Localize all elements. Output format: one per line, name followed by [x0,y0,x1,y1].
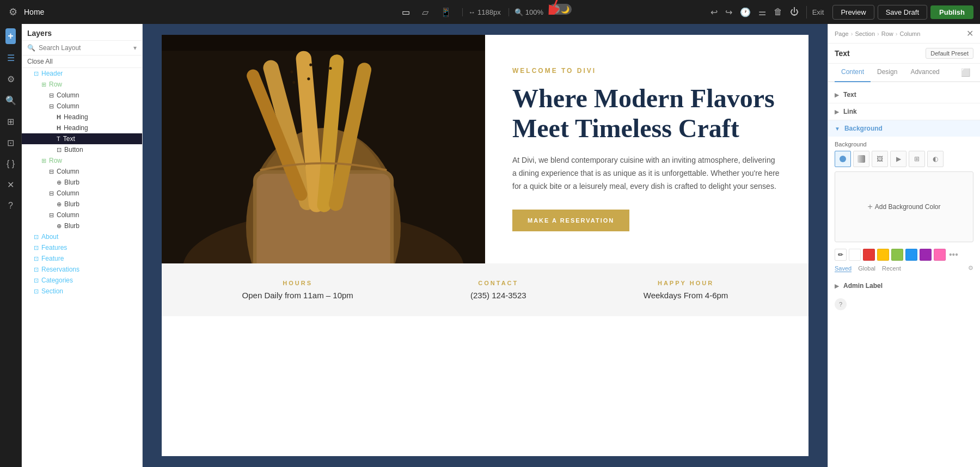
redo-btn[interactable]: ↪ [723,5,734,20]
power-btn[interactable]: ⏻ [788,5,801,19]
layer-item-col1[interactable]: ⊟ Column [22,90,142,101]
svg-point-15 [309,63,312,66]
layer-item-col3[interactable]: ⊟ Column [22,166,142,177]
undo-btn[interactable]: ↩ [708,5,720,20]
search-input[interactable] [39,44,130,52]
swatch-pink[interactable] [934,249,946,261]
expand-panel-btn[interactable]: ⬜ [958,64,973,81]
zoom-display: 🔍 100% [509,8,543,16]
text-section-header[interactable]: ▶ Text [828,87,980,103]
hero-cta-button[interactable]: MAKE A RESERVATION [512,210,629,231]
layer-item-text[interactable]: T Text [22,133,142,144]
saved-tab-global[interactable]: Global [858,265,875,272]
canvas-area[interactable]: WELCOME TO DIVI Where Modern Flavors Mee… [143,24,828,467]
modules-icon[interactable]: ⊞ [1,112,21,131]
code-icon[interactable]: { } [1,155,21,173]
help-icon[interactable]: ? [1,196,21,215]
layer-item-row2[interactable]: ⊞ Row [22,155,142,166]
color-picker-btn[interactable]: ✏ [835,249,847,261]
layer-item-categories[interactable]: ⊡ Categories [22,275,142,286]
layer-item-feature[interactable]: ⊡ Feature [22,253,142,264]
filter-icon[interactable]: ▾ [133,44,137,52]
breadcrumb-page[interactable]: Page [835,30,849,37]
canvas: WELCOME TO DIVI Where Modern Flavors Mee… [162,35,808,456]
saved-tab-recent[interactable]: Recent [882,265,901,272]
preview-button[interactable]: Preview [832,5,874,20]
layer-icon-reservations: ⊡ [34,266,39,273]
bg-type-image-btn[interactable]: 🖼 [872,151,888,167]
save-draft-button[interactable]: Save Draft [878,5,927,20]
publish-button[interactable]: Publish [930,5,973,19]
tablet-device-btn[interactable]: ▱ [419,5,432,20]
layer-item-about[interactable]: ⊡ About [22,231,142,242]
help-btn[interactable]: ? [835,298,847,310]
close-panel-btn[interactable]: ✕ [966,28,973,39]
bg-type-video-btn[interactable]: ▶ [890,151,906,167]
bg-type-color-btn[interactable] [835,151,851,167]
swatch-purple[interactable] [920,249,932,261]
tools-icon[interactable]: ✕ [1,175,21,194]
layer-item-features[interactable]: ⊡ Features [22,242,142,253]
admin-label-section[interactable]: ▶ Admin Label [828,278,980,294]
settings-icon[interactable]: ⚙ [1,70,21,89]
breadcrumb-section[interactable]: Section [855,30,875,37]
layer-item-row1[interactable]: ⊞ Row [22,79,142,90]
theme-toggle-btn[interactable]: 🌙 [549,4,572,15]
add-bg-color-btn[interactable]: + Add Background Color [867,202,940,212]
breadcrumb-sep1: › [851,30,853,37]
layer-item-blurb2[interactable]: ⊕ Blurb [22,199,142,210]
tab-design[interactable]: Design [871,64,904,82]
swatch-blue[interactable] [905,249,917,261]
link-section-header[interactable]: ▶ Link [828,103,980,120]
layer-item-col2[interactable]: ⊟ Column [22,101,142,112]
layer-item-header[interactable]: ⊡ Header [22,68,142,79]
close-all-btn[interactable]: Close All [22,56,142,68]
color-settings-icon[interactable]: ⚙ [968,265,973,272]
bg-type-mask-btn[interactable]: ◐ [927,151,944,167]
bg-type-gradient-btn[interactable] [853,151,869,167]
layer-icon-blurb1: ⊕ [57,179,62,186]
layer-item-section[interactable]: ⊡ Section [22,286,142,297]
layer-item-reservations[interactable]: ⊡ Reservations [22,264,142,275]
columns-btn[interactable]: ⚌ [756,5,768,20]
preset-dropdown[interactable]: Default Preset [926,48,973,59]
layer-item-button[interactable]: ⊡ Button [22,144,142,155]
breadcrumb-column[interactable]: Column [899,30,920,37]
trash-btn[interactable]: 🗑 [771,5,785,19]
add-element-btn[interactable]: + [5,28,16,44]
tab-advanced[interactable]: Advanced [904,64,946,82]
breadcrumb-row[interactable]: Row [881,30,893,37]
layer-label-row1: Row [49,81,137,88]
background-section-group: ▼ Background Background 🖼 ▶ [828,120,980,278]
layer-icon-button: ⊡ [57,146,62,153]
search-icon[interactable]: 🔍 [1,91,21,110]
tab-content[interactable]: Content [835,64,871,82]
saved-tab-saved[interactable]: Saved [835,265,852,272]
layer-item-heading1[interactable]: H Heading [22,112,142,122]
layer-item-heading2[interactable]: H Heading [22,122,142,133]
swatch-red[interactable] [863,249,875,261]
swatch-white[interactable] [849,249,861,261]
swatch-yellow[interactable] [877,249,889,261]
desktop-device-btn[interactable]: ▭ [399,5,413,20]
elements-icon[interactable]: ⊡ [1,133,21,152]
layer-item-blurb1[interactable]: ⊕ Blurb [22,177,142,188]
bg-section-header[interactable]: ▼ Background [828,120,980,137]
layer-label-col4: Column [57,189,137,197]
layer-label-heading2: Heading [64,124,137,132]
main-layout: + ☰ ⚙ 🔍 ⊞ ⊡ { } ✕ ? Layers 🔍 ▾ Close All… [0,24,980,467]
layer-item-col5[interactable]: ⊟ Column [22,210,142,220]
layers-icon[interactable]: ☰ [1,48,21,67]
swatch-green[interactable] [891,249,903,261]
layer-item-blurb3[interactable]: ⊕ Blurb [22,220,142,231]
exit-button[interactable]: Exit [806,6,830,19]
history-btn[interactable]: 🕐 [738,5,753,20]
mobile-device-btn[interactable]: 📱 [437,5,455,20]
gear-button[interactable]: ⚙ [7,4,20,20]
layer-label-heading1: Heading [64,113,137,121]
bg-section-chevron: ▼ [835,126,840,132]
bg-type-pattern-btn[interactable]: ⊞ [909,151,925,167]
layer-item-col4[interactable]: ⊟ Column [22,188,142,199]
svg-rect-24 [857,155,865,163]
more-swatches-btn[interactable]: ••• [949,250,958,260]
